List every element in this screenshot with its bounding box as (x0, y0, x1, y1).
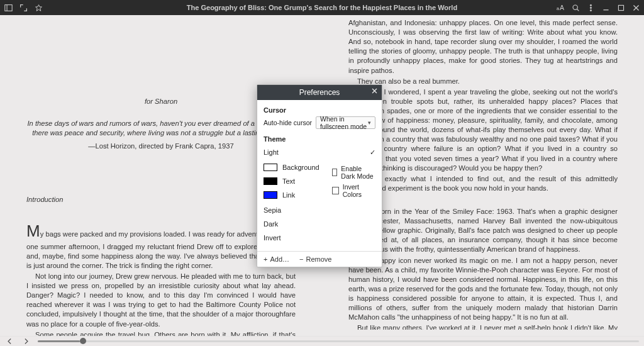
theme-option-sepia[interactable]: Sepia (264, 203, 375, 217)
progress-slider[interactable] (38, 340, 639, 342)
theme-label: Sepia (264, 206, 281, 214)
kebab-menu-icon[interactable] (586, 3, 595, 12)
auto-hide-row: Auto-hide cursor When in fullscreen mode… (264, 116, 375, 129)
remove-label: Remove (306, 255, 331, 263)
svg-rect-10 (618, 5, 623, 10)
color-swatch (264, 164, 277, 171)
theme-swatch-list: Background Text Link (264, 160, 323, 202)
svg-point-8 (590, 9, 591, 11)
theme-option-dark[interactable]: Dark (264, 217, 375, 231)
checkbox-icon (332, 169, 337, 176)
svg-text:A: A (559, 4, 564, 11)
theme-option-light[interactable]: Light ✓ (264, 145, 375, 159)
title-bar: The Geography of Bliss: One Grump's Sear… (0, 0, 644, 15)
color-swatch (264, 191, 277, 199)
body-para: That is exactly what I intended to find … (348, 174, 618, 193)
dedication: for Sharon (26, 97, 296, 106)
theme-label: Dark (264, 220, 278, 228)
bottom-bar (0, 336, 644, 346)
title-bar-left (4, 3, 43, 12)
svg-point-7 (590, 7, 591, 8)
auto-hide-select[interactable]: When in fullscreen mode ▾ (316, 116, 375, 129)
cursor-section-label: Cursor (264, 106, 375, 114)
font-toggle-icon[interactable]: aA (556, 3, 565, 12)
body-para: What if, I wondered, I spent a year trav… (348, 87, 618, 173)
book-title: The Geography of Bliss: One Grump's Sear… (0, 4, 644, 11)
progress-thumb[interactable] (80, 338, 86, 344)
theme-check-options: Enable Dark Mode Invert Colors (330, 162, 375, 201)
enable-dark-checkbox[interactable]: Enable Dark Mode (332, 165, 375, 180)
invert-colors-checkbox[interactable]: Invert Colors (332, 183, 375, 198)
auto-hide-label: Auto-hide cursor (264, 119, 312, 126)
epigraph: In these days of wars and rumors of wars… (26, 119, 296, 138)
body-para: My bags were packed and my provisions lo… (26, 220, 296, 271)
theme-section-label: Theme (264, 135, 375, 143)
preferences-dialog: Preferences Cursor Auto-hide cursor When… (257, 84, 382, 267)
theme-option-text[interactable]: Text (264, 174, 323, 188)
theme-label: Text (282, 177, 295, 185)
checkbox-icon (332, 187, 339, 194)
check-icon: ✓ (370, 148, 375, 157)
next-page-icon[interactable] (21, 337, 30, 346)
theme-option-invert[interactable]: Invert (264, 231, 375, 245)
svg-rect-0 (4, 4, 11, 11)
progress-fill (38, 340, 80, 342)
close-window-icon[interactable] (631, 3, 640, 12)
dialog-title: Preferences (299, 88, 340, 97)
dialog-header: Preferences (257, 85, 382, 100)
auto-hide-value: When in fullscreen mode (320, 115, 368, 130)
body-para: I was born in the Year of the Smiley Fac… (348, 207, 618, 255)
plus-icon: + (264, 255, 267, 263)
body-para: But like many others, I've worked at it.… (348, 323, 618, 330)
sidebar-toggle-icon[interactable] (4, 3, 13, 12)
bookmark-icon[interactable] (34, 3, 43, 12)
theme-option-link[interactable]: Link (264, 188, 323, 202)
dialog-close-icon[interactable] (371, 87, 378, 96)
body-para: They can also be a real bummer. (348, 77, 618, 86)
minus-icon: − (299, 255, 303, 263)
theme-option-background[interactable]: Background (264, 160, 323, 174)
color-swatch (264, 177, 277, 185)
prev-page-icon[interactable] (5, 337, 14, 346)
add-theme-button[interactable]: + Add… (264, 255, 289, 263)
maximize-icon[interactable] (616, 3, 625, 12)
body-para: Ball's happy icon never worked its magic… (348, 256, 618, 323)
chevron-down-icon: ▾ (368, 120, 371, 126)
title-bar-right: aA (556, 3, 640, 12)
theme-label: Link (282, 191, 295, 199)
dialog-body: Cursor Auto-hide cursor When in fullscre… (257, 100, 382, 251)
check-label: Enable Dark Mode (341, 165, 375, 180)
remove-theme-button[interactable]: − Remove (299, 255, 331, 263)
add-label: Add… (270, 255, 289, 263)
epigraph-attribution: —Lost Horizon, directed by Frank Capra, … (26, 142, 296, 151)
minimize-icon[interactable] (601, 3, 610, 12)
search-icon[interactable] (571, 3, 580, 12)
expand-icon[interactable] (19, 3, 28, 12)
body-para: Afghanistan, and Indonesia: unhappy plac… (348, 18, 618, 75)
check-label: Invert Colors (343, 183, 375, 198)
svg-point-4 (573, 5, 577, 9)
theme-option-list: Sepia Dark Invert (264, 203, 375, 245)
chapter-title: Introduction (26, 195, 296, 204)
body-para: Not long into our journey, Drew grew ner… (26, 272, 296, 329)
theme-label: Background (282, 164, 319, 171)
theme-label: Invert (264, 234, 281, 242)
dialog-actions: + Add… − Remove (257, 251, 382, 267)
svg-point-6 (590, 4, 591, 6)
theme-label: Light (264, 148, 279, 156)
svg-line-5 (577, 9, 579, 11)
